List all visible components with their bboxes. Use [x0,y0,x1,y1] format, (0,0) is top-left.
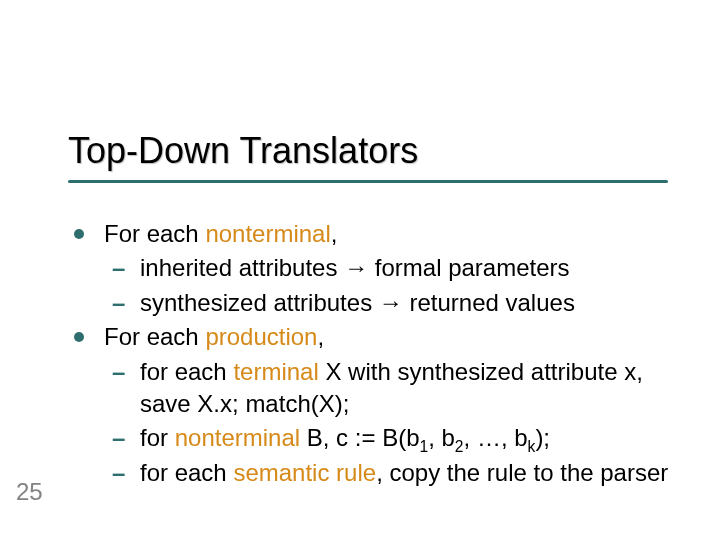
term-semantic-rule: semantic rule [233,459,376,486]
bullet-1: For each nonterminal, [68,218,680,250]
arrow-icon: → [379,289,403,316]
text: , …, b [464,424,528,451]
text: returned values [403,289,575,316]
text: for [140,424,175,451]
bullet-2b: – for nonterminal B, c := B(b1, b2, …, b… [68,422,680,454]
text: inherited attributes [140,254,344,281]
text: formal parameters [368,254,569,281]
dash-icon: – [112,356,125,388]
term-terminal: terminal [233,358,318,385]
text: synthesized attributes [140,289,379,316]
title-underline [68,180,668,183]
dash-icon: – [112,287,125,319]
slide-title: Top-Down Translators [68,130,680,171]
bullet-1b: – synthesized attributes → returned valu… [68,287,680,319]
dash-icon: – [112,252,125,284]
text: for each [140,459,233,486]
bullet-2: For each production, [68,321,680,353]
arrow-icon: → [344,254,368,281]
bullet-2a: – for each terminal X with synthesized a… [68,356,680,421]
subscript: 2 [455,438,464,455]
page-number: 25 [16,478,43,506]
text: ); [535,424,550,451]
dash-icon: – [112,422,125,454]
text: , copy the rule to the parser [376,459,668,486]
text: , [317,323,324,350]
title-block: Top-Down Translators [68,130,680,179]
text: For each [104,220,205,247]
bullet-1a: – inherited attributes → formal paramete… [68,252,680,284]
text: For each [104,323,205,350]
dash-icon: – [112,457,125,489]
text: , b [428,424,455,451]
content-body: For each nonterminal, – inherited attrib… [68,218,680,491]
slide: Top-Down Translators For each nontermina… [0,0,720,540]
subscript: 1 [419,438,428,455]
bullet-2c: – for each semantic rule, copy the rule … [68,457,680,489]
text: B, c := B(b [300,424,419,451]
text: for each [140,358,233,385]
term-nonterminal-2: nonterminal [175,424,300,451]
term-production: production [205,323,317,350]
text: , [331,220,338,247]
term-nonterminal: nonterminal [205,220,330,247]
